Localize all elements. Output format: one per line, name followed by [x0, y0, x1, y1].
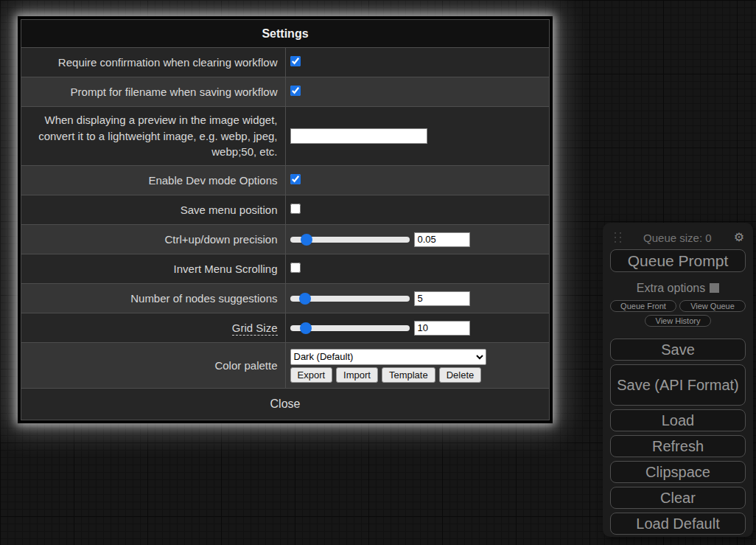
- node-suggestions-slider[interactable]: [290, 293, 410, 305]
- setting-label: Prompt for filename when saving workflow: [21, 77, 286, 107]
- grid-size-value-input[interactable]: [414, 321, 470, 336]
- close-row: Close: [21, 389, 550, 420]
- clear-button[interactable]: Clear: [610, 487, 746, 509]
- setting-label: Grid Size: [21, 313, 286, 343]
- color-palette-select[interactable]: Dark (Default): [290, 349, 486, 365]
- setting-label: Color palette: [21, 343, 286, 389]
- setting-row-preview-format: When displaying a preview in the image w…: [21, 107, 550, 166]
- setting-label: Number of nodes suggestions: [21, 284, 286, 313]
- settings-dialog: Settings Require confirmation when clear…: [18, 16, 553, 423]
- setting-label: Require confirmation when clearing workf…: [21, 48, 286, 77]
- setting-row-dev-mode: Enable Dev mode Options: [21, 166, 550, 195]
- queue-panel-header: Queue size: 0 ⚙: [610, 230, 746, 245]
- load-button[interactable]: Load: [610, 409, 746, 431]
- view-history-button[interactable]: View History: [645, 315, 711, 327]
- save-api-format-button[interactable]: Save (API Format): [610, 364, 746, 406]
- preview-format-input[interactable]: [290, 128, 427, 144]
- extra-options-label: Extra options: [637, 282, 705, 294]
- setting-row-save-menu-position: Save menu position: [21, 195, 550, 225]
- palette-delete-button[interactable]: Delete: [439, 367, 482, 383]
- confirm-clear-checkbox[interactable]: [290, 56, 301, 66]
- queue-prompt-button[interactable]: Queue Prompt: [610, 249, 746, 272]
- view-queue-button[interactable]: View Queue: [679, 300, 746, 312]
- setting-label: Ctrl+up/down precision: [21, 225, 286, 254]
- setting-label: Save menu position: [21, 195, 286, 225]
- setting-label: Invert Menu Scrolling: [21, 254, 286, 284]
- setting-row-invert-scrolling: Invert Menu Scrolling: [21, 254, 550, 284]
- setting-row-prompt-filename: Prompt for filename when saving workflow: [21, 77, 550, 107]
- load-default-button[interactable]: Load Default: [610, 513, 746, 535]
- extra-options-row: Extra options: [610, 282, 746, 295]
- setting-row-ctrl-precision: Ctrl+up/down precision: [21, 225, 550, 254]
- setting-row-color-palette: Color palette Dark (Default) Export Impo…: [21, 343, 550, 389]
- setting-row-confirm-clear: Require confirmation when clearing workf…: [21, 48, 550, 77]
- close-button[interactable]: Close: [21, 389, 550, 420]
- node-suggestions-value-input[interactable]: [414, 291, 470, 306]
- save-button[interactable]: Save: [610, 339, 746, 361]
- refresh-button[interactable]: Refresh: [610, 435, 746, 457]
- queue-size-label: Queue size: 0: [621, 232, 734, 244]
- palette-buttons-row: Export Import Template Delete: [290, 367, 550, 383]
- settings-dialog-title: Settings: [21, 20, 550, 48]
- extra-options-checkbox[interactable]: [710, 283, 719, 293]
- prompt-filename-checkbox[interactable]: [290, 86, 301, 96]
- gear-icon[interactable]: ⚙: [734, 232, 744, 243]
- setting-label: When displaying a preview in the image w…: [21, 107, 286, 166]
- palette-export-button[interactable]: Export: [290, 367, 333, 383]
- queue-front-button[interactable]: Queue Front: [610, 300, 676, 312]
- grid-size-label: Grid Size: [232, 322, 278, 336]
- setting-row-node-suggestions: Number of nodes suggestions: [21, 284, 550, 313]
- invert-scrolling-checkbox[interactable]: [290, 263, 301, 273]
- setting-row-grid-size: Grid Size: [21, 313, 550, 343]
- settings-table: Settings Require confirmation when clear…: [21, 19, 550, 420]
- dev-mode-checkbox[interactable]: [290, 174, 301, 184]
- palette-template-button[interactable]: Template: [382, 367, 435, 383]
- ctrl-precision-slider[interactable]: [290, 234, 410, 246]
- palette-import-button[interactable]: Import: [336, 367, 378, 383]
- queue-menu-panel: Queue size: 0 ⚙ Queue Prompt Extra optio…: [603, 223, 753, 537]
- menu-action-buttons: Save Save (API Format) Load Refresh Clip…: [610, 339, 746, 535]
- queue-pill-buttons: Queue Front View Queue: [610, 300, 746, 312]
- grid-size-slider[interactable]: [290, 322, 410, 334]
- drag-handle-icon[interactable]: [615, 232, 621, 243]
- clipspace-button[interactable]: Clipspace: [610, 461, 746, 483]
- setting-label: Enable Dev mode Options: [21, 166, 286, 195]
- save-menu-position-checkbox[interactable]: [290, 204, 301, 214]
- ctrl-precision-value-input[interactable]: [414, 232, 470, 247]
